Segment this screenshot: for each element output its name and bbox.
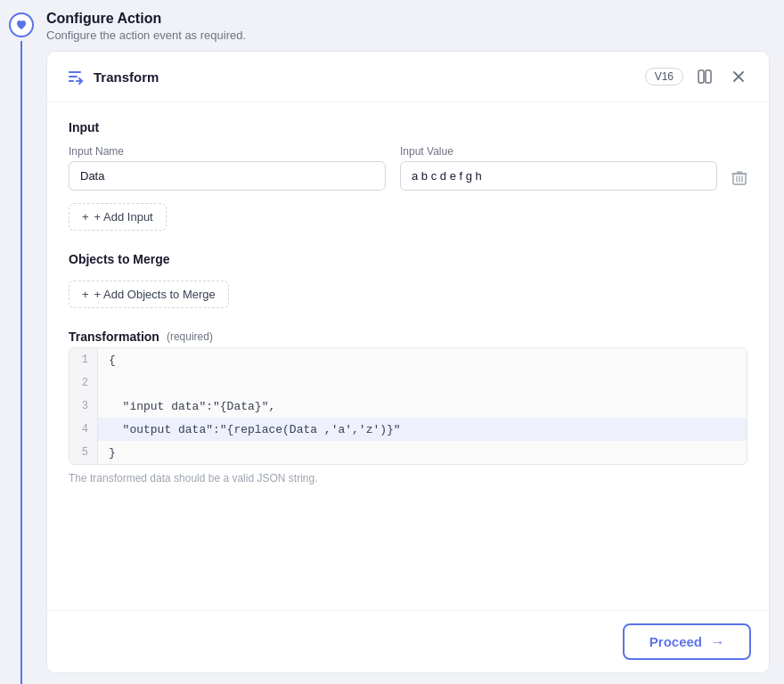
card-body: Input Input Name Input Value [47,102,769,610]
line-number: 5 [69,441,98,464]
header-actions [692,64,751,89]
add-input-plus-icon: + [82,210,89,224]
close-button[interactable] [726,64,751,89]
close-icon [731,69,746,84]
main-content: Configure Action Configure the action ev… [43,0,784,684]
transformation-section: Transformation (required) 1{23 "input da… [69,330,747,484]
code-line: 3 "input data":"{Data}", [69,395,747,418]
add-input-label: + Add Input [94,210,153,224]
card-title: Transform [94,69,636,85]
svg-rect-1 [706,70,711,83]
required-label: (required) [167,330,213,343]
add-input-button[interactable]: + + Add Input [69,203,167,231]
add-objects-label: + Add Objects to Merge [94,288,216,301]
svg-rect-0 [698,70,704,83]
code-editor[interactable]: 1{23 "input data":"{Data}",4 "output dat… [69,347,747,465]
input-section: Input Input Name Input Value [69,120,747,231]
objects-section: Objects to Merge + + Add Objects to Merg… [69,252,747,308]
input-name-col: Input Name [69,145,386,191]
card-header: Transform V16 [47,52,769,102]
input-name-field[interactable] [69,161,386,191]
version-badge: V16 [645,68,683,86]
input-value-field[interactable] [400,161,717,191]
line-number: 1 [69,348,98,371]
transform-icon [65,67,85,86]
line-content: { [98,352,127,369]
trash-icon [731,170,747,186]
json-note: The transformed data should be a valid J… [69,472,747,484]
objects-section-title: Objects to Merge [69,252,747,266]
input-name-label: Input Name [69,145,386,158]
step-icon [15,19,28,31]
page-header: Configure Action Configure the action ev… [46,11,770,51]
code-line: 1{ [69,348,747,371]
proceed-button[interactable]: Proceed → [623,623,751,660]
expand-icon [698,69,712,84]
expand-button[interactable] [692,64,717,89]
page-title: Configure Action [46,11,770,27]
input-row: Input Name Input Value [69,145,747,191]
transformation-title: Transformation (required) [69,330,747,344]
code-line: 4 "output data":"{replace(Data ,'a','z')… [69,418,747,441]
input-value-col: Input Value [400,145,717,191]
configure-card: Transform V16 Input [46,51,770,673]
input-section-title: Input [69,120,747,134]
line-content: "output data":"{replace(Data ,'a','z')}" [98,421,412,438]
sidebar-line [20,41,22,684]
sidebar-step-indicator [9,12,34,37]
line-content [98,381,119,385]
proceed-label: Proceed [649,634,702,649]
sidebar-strip [0,0,43,684]
line-number: 4 [69,418,98,441]
line-content: "input data":"{Data}", [98,398,286,415]
proceed-arrow-icon: → [711,634,724,649]
delete-input-button[interactable] [731,170,747,186]
line-number: 2 [69,371,98,395]
line-content: } [98,444,127,461]
code-line: 5} [69,441,747,464]
input-value-label: Input Value [400,145,717,158]
page-subtitle: Configure the action event as required. [46,28,770,42]
add-objects-plus-icon: + [82,288,89,301]
line-number: 3 [69,395,98,418]
card-footer: Proceed → [47,610,769,672]
code-line: 2 [69,371,747,395]
add-objects-button[interactable]: + + Add Objects to Merge [69,281,229,308]
